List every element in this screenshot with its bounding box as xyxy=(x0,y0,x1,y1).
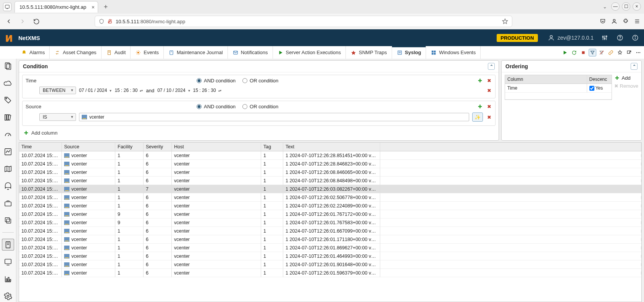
or-radio-source[interactable]: OR condition xyxy=(242,104,278,109)
remove-group-icon[interactable] xyxy=(486,103,492,109)
and-radio-source[interactable]: AND condition xyxy=(197,104,236,109)
rail-alerts-icon[interactable] xyxy=(2,180,14,192)
new-tab-button[interactable]: + xyxy=(101,2,110,11)
rail-gauge-icon[interactable] xyxy=(2,129,14,141)
tab-asset-changes[interactable]: Asset Changes xyxy=(50,46,101,59)
time-from[interactable]: 15 : 26 : 30▴▾ xyxy=(115,88,143,93)
col-time[interactable]: Time xyxy=(19,143,62,151)
rail-analytics-icon[interactable] xyxy=(2,273,14,285)
tab-snmp-traps[interactable]: SNMP Traps xyxy=(346,46,392,59)
table-row[interactable]: 10.07.2024 15:26:01vcenter16vcenter11 20… xyxy=(19,227,641,235)
tab-audit[interactable]: Audit xyxy=(102,46,131,59)
table-row[interactable]: 10.07.2024 15:26:03vcenter17vcenter11 20… xyxy=(19,185,641,193)
source-value-input[interactable]: vcenter xyxy=(79,113,469,121)
browser-tab[interactable]: 10.5.5.111:8080/nxmc-light.ap × xyxy=(15,1,98,13)
rail-map-icon[interactable] xyxy=(2,163,14,175)
refresh-icon[interactable] xyxy=(571,49,578,56)
col-tag[interactable]: Tag xyxy=(261,143,283,151)
table-row[interactable]: 10.07.2024 15:26:08vcenter16vcenter11 20… xyxy=(19,168,641,177)
link-icon[interactable] xyxy=(607,49,614,56)
col-text[interactable]: Text xyxy=(283,143,380,151)
help-icon[interactable] xyxy=(616,34,624,42)
bookmark-star-icon[interactable] xyxy=(502,18,508,24)
date-from[interactable]: 07 / 01 / 2024 xyxy=(79,88,111,93)
rail-copy-icon[interactable] xyxy=(2,214,14,226)
account-icon[interactable] xyxy=(611,18,617,24)
table-row[interactable]: 10.07.2024 15:26:01vcenter16vcenter11 20… xyxy=(19,260,641,269)
rail-chart-icon[interactable] xyxy=(2,146,14,158)
collapse-condition-icon[interactable]: ⌃ xyxy=(488,63,495,70)
rail-library-icon[interactable] xyxy=(2,112,14,124)
rail-briefcase-icon[interactable] xyxy=(2,198,14,209)
table-row[interactable]: 10.07.2024 15:26:01vcenter96vcenter11 20… xyxy=(19,210,641,218)
ordering-column-value[interactable]: Time xyxy=(505,84,587,92)
browser-back-icon[interactable] xyxy=(4,16,14,26)
add-column-button[interactable]: Add column xyxy=(22,128,496,137)
rail-cloud-icon[interactable] xyxy=(2,77,14,89)
more-icon[interactable] xyxy=(635,49,642,56)
add-condition-icon[interactable] xyxy=(477,103,483,109)
filter-icon[interactable] xyxy=(589,49,596,56)
menu-icon[interactable] xyxy=(634,18,640,24)
window-maximize-icon[interactable]: ☐ xyxy=(622,2,630,11)
or-radio-time[interactable]: OR condition xyxy=(242,78,278,84)
stop-icon[interactable] xyxy=(580,49,587,56)
settings-sliders-icon[interactable] xyxy=(600,34,609,42)
ordering-add-button[interactable]: Add xyxy=(614,75,638,81)
col-facility[interactable]: Facility xyxy=(115,143,144,151)
rail-logs-icon[interactable] xyxy=(2,239,14,251)
extensions-icon[interactable] xyxy=(623,18,629,24)
pocket-icon[interactable] xyxy=(600,18,606,24)
table-row[interactable]: 10.07.2024 15:26:01vcenter16vcenter11 20… xyxy=(19,252,641,260)
source-op-select[interactable]: IS xyxy=(39,113,76,121)
table-row[interactable]: 10.07.2024 15:26:28vcenter16vcenter11 20… xyxy=(19,151,641,160)
remove-row-icon[interactable] xyxy=(486,114,492,120)
table-row[interactable]: 10.07.2024 15:26:01vcenter16vcenter11 20… xyxy=(19,244,641,252)
info-icon[interactable] xyxy=(631,34,639,42)
remove-group-icon[interactable] xyxy=(486,77,492,84)
time-to[interactable]: 15 : 26 : 30▴▾ xyxy=(193,88,221,93)
collapse-ordering-icon[interactable]: ⌃ xyxy=(631,63,638,70)
add-condition-icon[interactable] xyxy=(477,77,483,84)
object-picker-icon[interactable] xyxy=(472,112,483,122)
popout-icon[interactable] xyxy=(626,49,633,56)
tabs-list-icon[interactable]: ⌄ xyxy=(600,2,609,11)
table-row[interactable]: 10.07.2024 15:26:01vcenter96vcenter11 20… xyxy=(19,218,641,227)
col-severity[interactable]: Severity xyxy=(144,143,172,151)
table-row[interactable]: 10.07.2024 15:26:02vcenter16vcenter11 20… xyxy=(19,193,641,202)
rail-settings-icon[interactable] xyxy=(2,290,14,302)
browser-reload-icon[interactable] xyxy=(31,16,41,26)
table-row[interactable]: 10.07.2024 15:26:08vcenter16vcenter11 20… xyxy=(19,177,641,185)
tab-notifications[interactable]: Notifications xyxy=(228,46,273,59)
user-indicator[interactable]: zev@127.0.0.1 xyxy=(548,34,594,41)
tab-events[interactable]: Events xyxy=(131,46,164,59)
close-tab-icon[interactable]: × xyxy=(92,4,95,10)
window-close-icon[interactable]: × xyxy=(633,2,641,11)
tab-windows-events[interactable]: Windows Events xyxy=(426,46,481,59)
rail-monitor-icon[interactable] xyxy=(2,256,14,268)
col-source[interactable]: Source xyxy=(62,143,115,151)
firefox-app-button[interactable] xyxy=(3,3,11,11)
remove-row-icon[interactable] xyxy=(486,87,492,93)
table-row[interactable]: 10.07.2024 15:26:02vcenter16vcenter11 20… xyxy=(19,202,641,210)
table-row[interactable]: 10.07.2024 15:26:01vcenter16vcenter11 20… xyxy=(19,269,641,277)
ordering-desc-value[interactable]: Yes xyxy=(587,84,612,92)
pin-icon[interactable] xyxy=(617,49,623,56)
ordering-table[interactable]: Column Descenc Time Yes xyxy=(505,75,612,100)
window-minimize-icon[interactable]: — xyxy=(611,2,620,11)
table-row[interactable]: 10.07.2024 15:26:01vcenter16vcenter11 20… xyxy=(19,235,641,244)
time-op-select[interactable]: BETWEEN xyxy=(39,87,76,94)
table-row[interactable]: 10.07.2024 15:26:28vcenter16vcenter11 20… xyxy=(19,160,641,168)
date-to[interactable]: 07 / 10 / 2024 xyxy=(157,88,190,93)
and-radio-time[interactable]: AND condition xyxy=(197,78,236,84)
clear-filter-icon[interactable] xyxy=(598,49,605,56)
tab-alarms[interactable]: Alarms xyxy=(16,46,50,59)
execute-icon[interactable] xyxy=(562,49,568,56)
url-box[interactable]: 10.5.5.111:8080/nxmc-light.app xyxy=(95,16,512,27)
col-host[interactable]: Host xyxy=(172,143,261,151)
rail-views-icon[interactable] xyxy=(2,60,14,72)
grid-body[interactable]: 10.07.2024 15:26:28vcenter16vcenter11 20… xyxy=(19,151,641,302)
tab-maintenance-journal[interactable]: Maintenance Journal xyxy=(164,46,228,59)
rail-tags-icon[interactable] xyxy=(2,95,14,106)
tab-server-action-executions[interactable]: Server Action Executions xyxy=(273,46,346,59)
